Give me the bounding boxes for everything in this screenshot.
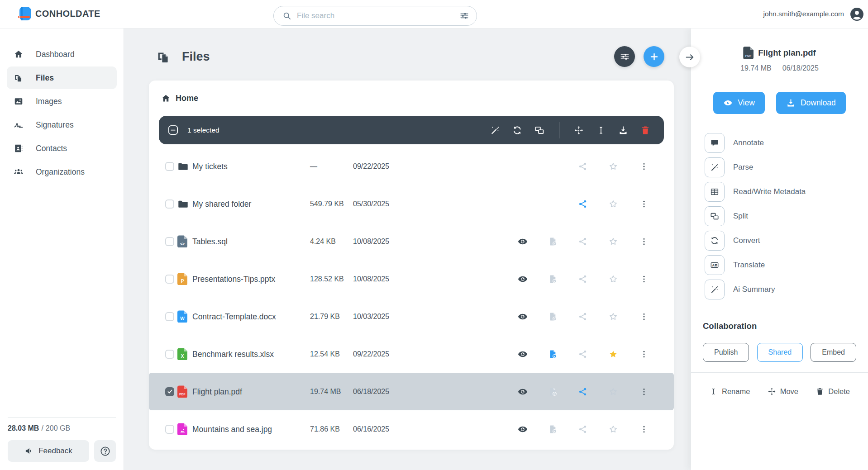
toolbar-split-button[interactable] (534, 125, 544, 135)
sidebar-item-images[interactable]: Images (7, 90, 117, 113)
star-button[interactable] (607, 385, 620, 398)
preview-button[interactable] (516, 423, 529, 436)
file-name[interactable]: Presentations-Tips.pptx (192, 274, 275, 284)
file-check-icon[interactable] (547, 235, 559, 248)
row-checkbox[interactable] (165, 312, 174, 321)
file-row[interactable]: XBenchmark results.xlsx12.54 KB09/22/202… (149, 335, 674, 373)
file-row[interactable]: PDFFlight plan.pdf19.74 MB06/18/2025 (149, 373, 674, 410)
file-check-icon[interactable] (547, 273, 559, 285)
sidebar-item-dashboard[interactable]: Dashboard (7, 43, 117, 66)
rename-button[interactable]: Rename (709, 387, 750, 396)
file-name[interactable]: Benchmark results.xlsx (192, 349, 274, 359)
file-name[interactable]: My tickets (192, 161, 228, 171)
star-button[interactable] (607, 310, 620, 323)
file-row[interactable]: Mountains and sea.jpg71.86 KB06/16/2025 (149, 410, 674, 448)
select-all-checkbox[interactable] (168, 125, 178, 135)
action-ai-summary[interactable]: Ai Summary (705, 280, 868, 299)
move-button[interactable]: Move (768, 387, 798, 396)
share-button[interactable] (577, 385, 589, 398)
row-checkbox[interactable] (165, 387, 174, 396)
brand-logo[interactable]: CONHOLDATE (18, 6, 100, 21)
star-button[interactable] (607, 273, 620, 285)
action-split[interactable]: Split (705, 206, 868, 226)
file-name[interactable]: Contract-Template.docx (192, 312, 276, 321)
sidebar-item-contacts[interactable]: Contacts (7, 137, 117, 160)
share-button[interactable] (577, 198, 589, 210)
search-input[interactable] (297, 11, 454, 20)
action-read-write-metadata[interactable]: Read/Write Metadata (705, 182, 868, 202)
row-menu-button[interactable] (638, 160, 650, 173)
file-check-icon[interactable] (547, 310, 559, 323)
action-annotate[interactable]: Annotate (705, 133, 868, 153)
file-name[interactable]: My shared folder (192, 199, 251, 209)
star-button[interactable] (607, 160, 620, 173)
feedback-button[interactable]: Feedback (8, 440, 89, 462)
file-row[interactable]: WContract-Template.docx21.79 KB10/03/202… (149, 298, 674, 335)
search-filter-icon[interactable] (459, 11, 469, 21)
star-button[interactable] (607, 423, 620, 436)
preview-button[interactable] (516, 348, 529, 361)
shared-button[interactable]: Shared (757, 343, 803, 362)
row-menu-button[interactable] (638, 348, 650, 361)
folder-row[interactable]: My tickets—09/22/2025 (149, 147, 674, 185)
row-checkbox[interactable] (165, 275, 174, 284)
download-button[interactable]: Download (776, 92, 846, 114)
share-button[interactable] (577, 160, 589, 173)
share-button[interactable] (577, 423, 589, 436)
sidebar-item-signatures[interactable]: Signatures (7, 114, 117, 136)
view-button[interactable]: View (713, 92, 765, 114)
row-menu-button[interactable] (638, 273, 650, 285)
toolbar-download-button[interactable] (618, 125, 628, 135)
share-button[interactable] (577, 310, 589, 323)
row-menu-button[interactable] (638, 423, 650, 436)
sidebar-item-organizations[interactable]: Organizations (7, 161, 117, 183)
file-name[interactable]: Flight plan.pdf (192, 387, 242, 396)
star-button[interactable] (607, 235, 620, 248)
file-search-bar[interactable] (273, 6, 477, 26)
row-checkbox[interactable] (165, 350, 174, 359)
star-button[interactable] (607, 348, 620, 361)
share-button[interactable] (577, 348, 589, 361)
toolbar-move-button[interactable] (574, 125, 584, 135)
add-new-button[interactable] (644, 46, 664, 67)
file-name[interactable]: Tables.sql (192, 237, 228, 246)
file-row[interactable]: <>Tables.sql4.24 KB10/08/2025 (149, 223, 674, 260)
row-menu-button[interactable] (638, 310, 650, 323)
file-check-icon[interactable] (547, 423, 559, 436)
preview-button[interactable] (516, 273, 529, 285)
preview-button[interactable] (516, 385, 529, 398)
publish-button[interactable]: Publish (703, 343, 749, 362)
row-checkbox[interactable] (165, 199, 174, 209)
toolbar-delete-button[interactable] (640, 125, 650, 135)
collapse-panel-button[interactable] (679, 47, 700, 67)
sidebar-item-files[interactable]: Files (7, 66, 117, 89)
action-translate[interactable]: AaTranslate (705, 255, 868, 275)
toolbar-rename-button[interactable] (596, 125, 606, 135)
share-button[interactable] (577, 235, 589, 248)
preview-button[interactable] (516, 235, 529, 248)
row-checkbox[interactable] (165, 237, 174, 246)
help-button[interactable] (94, 440, 116, 462)
row-checkbox[interactable] (165, 425, 174, 434)
embed-button[interactable]: Embed (811, 343, 856, 362)
row-menu-button[interactable] (638, 385, 650, 398)
file-check-icon[interactable] (547, 348, 559, 361)
row-menu-button[interactable] (638, 198, 650, 210)
action-parse[interactable]: Parse (705, 157, 868, 177)
toolbar-wand-button[interactable] (490, 125, 500, 135)
breadcrumb[interactable]: Home (149, 81, 198, 116)
toolbar-convert-button[interactable] (512, 125, 522, 135)
share-button[interactable] (577, 273, 589, 285)
action-convert[interactable]: Convert (705, 231, 868, 251)
delete-button[interactable]: Delete (816, 387, 850, 396)
avatar[interactable] (849, 7, 864, 22)
folder-row[interactable]: My shared folder549.79 KB05/30/2025 (149, 185, 674, 223)
view-settings-button[interactable] (614, 46, 635, 67)
file-check-icon[interactable] (547, 385, 559, 398)
row-checkbox[interactable] (165, 162, 174, 171)
file-row[interactable]: PPresentations-Tips.pptx128.52 KB10/08/2… (149, 260, 674, 298)
preview-button[interactable] (516, 310, 529, 323)
row-menu-button[interactable] (638, 235, 650, 248)
file-name[interactable]: Mountains and sea.jpg (192, 424, 272, 434)
star-button[interactable] (607, 198, 620, 210)
